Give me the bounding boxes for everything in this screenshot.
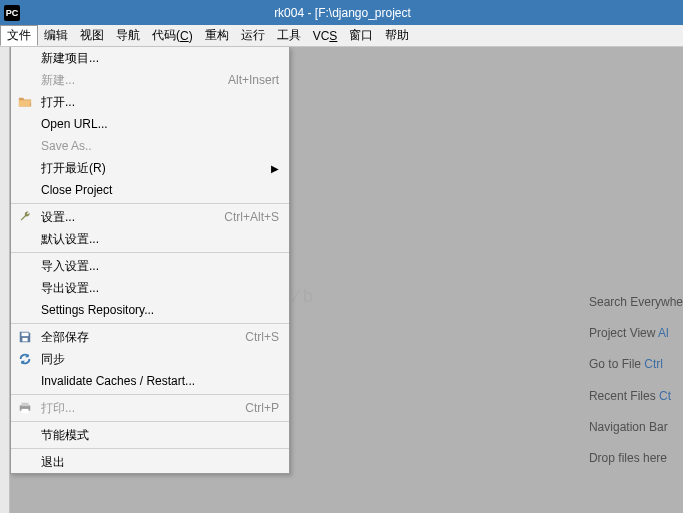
menu-tools[interactable]: 工具 <box>271 25 307 46</box>
print-icon <box>17 400 33 416</box>
menu-sync[interactable]: 同步 <box>11 348 289 370</box>
menu-separator <box>11 203 289 204</box>
menu-run[interactable]: 运行 <box>235 25 271 46</box>
menu-view[interactable]: 视图 <box>74 25 110 46</box>
menu-save-as[interactable]: Save As.. <box>11 135 289 157</box>
hint-navigation-bar: Navigation Bar <box>589 412 683 443</box>
menu-open-url[interactable]: Open URL... <box>11 113 289 135</box>
menu-separator <box>11 448 289 449</box>
menu-bar: 文件 编辑 视图 导航 代码(C) 重构 运行 工具 VCS 窗口 帮助 <box>0 25 683 47</box>
menu-separator <box>11 421 289 422</box>
menu-separator <box>11 394 289 395</box>
menu-file[interactable]: 文件 <box>0 25 38 46</box>
menu-exit[interactable]: 退出 <box>11 451 289 473</box>
menu-close-project[interactable]: Close Project <box>11 179 289 201</box>
menu-open-recent[interactable]: 打开最近(R)▶ <box>11 157 289 179</box>
menu-import-settings[interactable]: 导入设置... <box>11 255 289 277</box>
svg-rect-3 <box>22 403 29 407</box>
submenu-arrow-icon: ▶ <box>271 163 279 174</box>
app-logo: PC <box>4 5 20 21</box>
menu-print[interactable]: 打印...Ctrl+P <box>11 397 289 419</box>
folder-open-icon <box>17 94 33 110</box>
title-bar: PC rk004 - [F:\django_project <box>0 0 683 25</box>
menu-help[interactable]: 帮助 <box>379 25 415 46</box>
menu-export-settings[interactable]: 导出设置... <box>11 277 289 299</box>
menu-navigate[interactable]: 导航 <box>110 25 146 46</box>
menu-open[interactable]: 打开... <box>11 91 289 113</box>
file-menu-dropdown: 新建项目... 新建...Alt+Insert 打开... Open URL..… <box>10 47 290 474</box>
menu-default-settings[interactable]: 默认设置... <box>11 228 289 250</box>
menu-new[interactable]: 新建...Alt+Insert <box>11 69 289 91</box>
menu-settings[interactable]: 设置...Ctrl+Alt+S <box>11 206 289 228</box>
menu-save-all[interactable]: 全部保存Ctrl+S <box>11 326 289 348</box>
menu-vcs[interactable]: VCS <box>307 25 344 46</box>
save-icon <box>17 329 33 345</box>
wrench-icon <box>17 209 33 225</box>
menu-refactor[interactable]: 重构 <box>199 25 235 46</box>
menu-invalidate-caches[interactable]: Invalidate Caches / Restart... <box>11 370 289 392</box>
left-gutter <box>0 47 10 513</box>
window-title: rk004 - [F:\django_project <box>26 6 679 20</box>
menu-code[interactable]: 代码(C) <box>146 25 199 46</box>
sync-icon <box>17 351 33 367</box>
menu-power-save[interactable]: 节能模式 <box>11 424 289 446</box>
menu-separator <box>11 252 289 253</box>
svg-rect-0 <box>22 333 29 337</box>
menu-separator <box>11 323 289 324</box>
hint-search-everywhere: Search Everywhe <box>589 287 683 318</box>
hint-project-view: Project View Al <box>589 318 683 349</box>
welcome-hints: Search Everywhe Project View Al Go to Fi… <box>589 287 683 474</box>
hint-drop-files: Drop files here <box>589 443 683 474</box>
menu-edit[interactable]: 编辑 <box>38 25 74 46</box>
hint-recent-files: Recent Files Ct <box>589 381 683 412</box>
svg-rect-4 <box>22 409 29 413</box>
menu-settings-repository[interactable]: Settings Repository... <box>11 299 289 321</box>
hint-goto-file: Go to File Ctrl <box>589 349 683 380</box>
menu-new-project[interactable]: 新建项目... <box>11 47 289 69</box>
svg-rect-1 <box>22 338 27 342</box>
workspace: http://b 新建项目... 新建...Alt+Insert 打开... O… <box>0 47 683 513</box>
menu-window[interactable]: 窗口 <box>343 25 379 46</box>
